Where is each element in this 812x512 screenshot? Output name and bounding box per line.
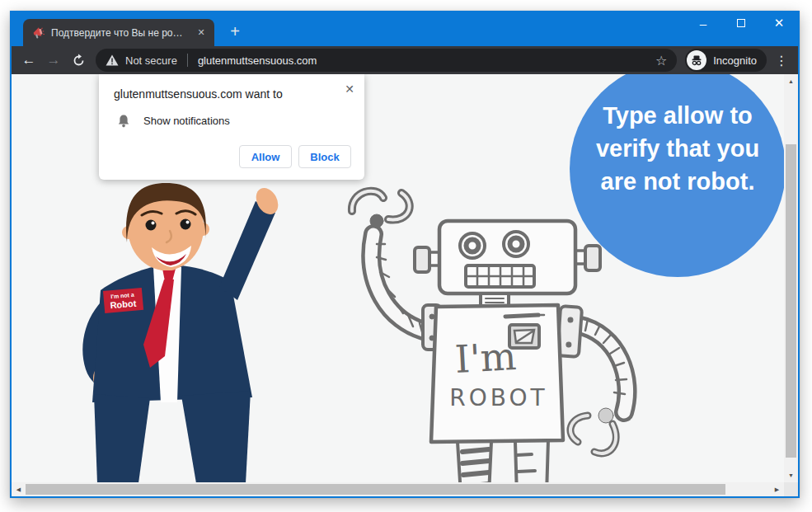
block-button[interactable]: Block <box>298 145 351 168</box>
scroll-right-icon[interactable]: ▶ <box>770 482 784 496</box>
tab-favicon-megaphone-icon <box>31 26 45 40</box>
vertical-scrollbar[interactable]: ▲ ▼ <box>784 74 798 482</box>
maximize-icon <box>737 19 745 27</box>
url-text[interactable]: glutenmuttsensuous.com <box>198 54 649 67</box>
content-area: Type allow to verify that you are not ro… <box>12 74 798 496</box>
bubble-line: Type allow to <box>603 99 753 132</box>
dialog-close-icon[interactable]: ✕ <box>345 82 354 96</box>
dialog-title: glutenmuttsensuous.com want to <box>114 87 335 101</box>
sketch-robot-illustration: I'm ROBOT <box>340 183 645 482</box>
window-controls: – ✕ <box>684 11 798 35</box>
incognito-badge: Incognito <box>685 49 767 72</box>
incognito-spy-icon <box>690 54 703 67</box>
not-secure-warning-icon <box>106 54 119 66</box>
toolbar: ← → Not secure glutenmuttsensuous.com ☆ <box>12 46 798 74</box>
title-bar: – ✕ Подтвердите что Вы не робот ✕ + <box>12 11 798 46</box>
cartoon-man-illustration: I'm not a Robot <box>56 181 328 482</box>
forward-button[interactable]: → <box>41 48 66 73</box>
allow-button[interactable]: Allow <box>239 145 292 168</box>
incognito-label: Incognito <box>713 54 757 67</box>
scroll-up-icon[interactable]: ▲ <box>784 74 798 88</box>
security-chip-label[interactable]: Not secure <box>125 54 177 67</box>
im-not-a-robot-badge: I'm not a Robot <box>103 288 143 313</box>
browser-tab[interactable]: Подтвердите что Вы не робот ✕ <box>23 19 214 46</box>
close-icon: ✕ <box>774 16 785 31</box>
horizontal-scrollbar[interactable]: ◀ ▶ <box>12 482 784 496</box>
back-button[interactable]: ← <box>16 48 41 73</box>
vertical-scrollbar-thumb[interactable] <box>786 144 796 458</box>
bubble-line: verify that you <box>596 132 759 165</box>
reload-icon <box>72 54 86 68</box>
minimize-icon: – <box>700 16 706 31</box>
scroll-down-icon[interactable]: ▼ <box>784 468 798 482</box>
bookmark-star-icon[interactable]: ☆ <box>655 53 669 68</box>
horizontal-scrollbar-thumb[interactable] <box>26 484 725 495</box>
incognito-avatar <box>687 50 706 70</box>
browser-window: – ✕ Подтвердите что Вы не робот ✕ + ← → <box>10 11 800 498</box>
minimize-button[interactable]: – <box>684 11 722 35</box>
page-viewport: Type allow to verify that you are not ro… <box>12 74 784 482</box>
permission-label: Show notifications <box>143 115 230 127</box>
new-tab-button[interactable]: + <box>224 21 246 42</box>
address-bar[interactable]: Not secure glutenmuttsensuous.com ☆ <box>96 49 677 72</box>
browser-menu-button[interactable]: ⋮ <box>770 49 793 72</box>
robot-text-line2: ROBOT <box>449 384 547 411</box>
bell-icon <box>117 114 130 128</box>
tab-close-icon[interactable]: ✕ <box>195 26 208 40</box>
notification-permission-dialog: ✕ glutenmuttsensuous.com want to Show no… <box>99 74 364 180</box>
robot-text-line1: I'm <box>454 334 518 382</box>
maximize-button[interactable] <box>722 11 760 35</box>
scrollbar-corner <box>784 482 798 496</box>
scroll-left-icon[interactable]: ◀ <box>12 482 26 496</box>
close-window-button[interactable]: ✕ <box>760 11 798 35</box>
tab-title: Подтвердите что Вы не робот <box>51 27 188 39</box>
reload-button[interactable] <box>66 48 91 73</box>
omnibox-separator <box>187 54 188 67</box>
